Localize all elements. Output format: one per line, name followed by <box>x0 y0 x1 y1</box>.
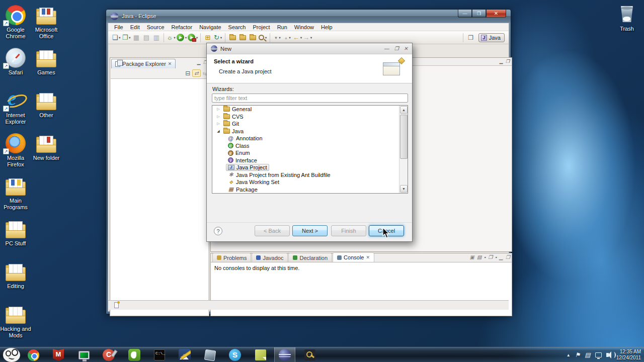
tree-item-general[interactable]: ▷General <box>212 106 408 113</box>
open-resource-button[interactable] <box>248 33 258 43</box>
tree-item-package[interactable]: Package <box>212 186 408 194</box>
tree-item-java-working-set[interactable]: Java Working Set <box>212 178 408 186</box>
volume-icon[interactable] <box>606 353 609 357</box>
java-perspective-button[interactable]: Java <box>478 33 505 42</box>
search-button[interactable] <box>258 33 268 43</box>
open-type-button[interactable] <box>227 33 237 43</box>
help-button[interactable]: ? <box>214 227 222 235</box>
expander-icon[interactable]: ◢ <box>215 129 221 133</box>
link-with-editor-icon[interactable] <box>192 69 200 77</box>
close-tab-icon[interactable] <box>366 255 370 260</box>
dialog-close-icon[interactable] <box>404 46 408 51</box>
tab-console[interactable]: Console <box>333 252 374 262</box>
desktop-icon-safari[interactable]: Safari <box>0 47 31 76</box>
taskbar-chrome[interactable] <box>23 347 44 362</box>
tree-item-interface[interactable]: IInterface <box>212 157 408 164</box>
dialog-maximize-icon[interactable] <box>394 46 399 51</box>
pin-console-icon[interactable] <box>469 254 474 260</box>
dialog-titlebar[interactable]: New <box>207 43 412 54</box>
tab-problems[interactable]: Problems <box>212 253 251 262</box>
save-all-button[interactable] <box>141 33 151 43</box>
menu-help[interactable]: Help <box>317 24 336 30</box>
next-annotation-button[interactable] <box>272 33 282 43</box>
tree-item-git[interactable]: ▷Git <box>212 120 408 128</box>
start-button[interactable] <box>1 347 22 362</box>
expander-icon[interactable]: ▷ <box>215 115 221 119</box>
maximize-button[interactable]: ❐ <box>472 10 486 18</box>
desktop-icon-microsoft-office[interactable]: Microsoft Office <box>31 4 62 40</box>
open-package-button[interactable] <box>237 33 248 43</box>
desktop-icon-editing[interactable]: Editing <box>0 260 31 290</box>
package-explorer-content[interactable] <box>111 78 208 315</box>
desktop-icon-main-programs[interactable]: Main Programs <box>0 175 31 211</box>
close-button[interactable]: ✕ <box>486 10 506 18</box>
scroll-down-icon[interactable]: ▼ <box>400 185 408 193</box>
taskbar-glass-app[interactable] <box>199 347 220 362</box>
back-button[interactable]: < Back <box>255 225 290 236</box>
new-wizard-button[interactable] <box>111 33 121 43</box>
expander-icon[interactable]: ▷ <box>215 107 221 111</box>
debug-button[interactable] <box>166 33 176 43</box>
taskbar-key-app[interactable] <box>299 347 320 362</box>
desktop-icon-hacking-and-mods[interactable]: Hacking and Mods <box>0 303 31 339</box>
collapse-all-icon[interactable] <box>185 70 190 77</box>
display-console-icon[interactable] <box>477 254 481 260</box>
window-titlebar[interactable]: Java - Eclipse — ❐ ✕ <box>106 10 511 23</box>
package-explorer-tab[interactable]: Package Explorer <box>111 59 176 68</box>
taskbar-image-editor[interactable] <box>174 347 195 362</box>
menu-file[interactable]: File <box>111 24 127 30</box>
clock[interactable]: 12:35 AM 12/24/2011 <box>616 349 641 361</box>
tree-item-annotation[interactable]: Annotation <box>212 135 408 142</box>
tree-item-enum[interactable]: EEnum <box>212 149 408 157</box>
action-center-icon[interactable] <box>575 351 581 358</box>
back-button[interactable] <box>292 33 302 43</box>
desktop-icon-internet-explorer[interactable]: Internet Explorer <box>0 89 31 125</box>
gadget-icon[interactable] <box>585 351 590 358</box>
taskbar-remote-desktop[interactable] <box>73 347 95 362</box>
open-perspective-button[interactable] <box>466 33 476 43</box>
next-button[interactable]: Next > <box>292 225 328 236</box>
maximize-console-icon[interactable] <box>506 254 510 260</box>
status-notification-icon[interactable] <box>114 302 119 308</box>
open-console-icon[interactable] <box>488 254 493 260</box>
wizard-tree[interactable]: ▷General ▷CVS ▷Git ◢Java Annotation CCla… <box>212 105 408 194</box>
tab-javadoc[interactable]: Javadoc <box>252 253 288 262</box>
tree-item-class[interactable]: CClass <box>212 142 408 150</box>
tree-item-cvs[interactable]: ▷CVS <box>212 113 408 121</box>
maximize-editor-icon[interactable] <box>506 59 510 64</box>
taskbar-mcafee[interactable] <box>48 347 69 362</box>
taskbar-ccleaner[interactable] <box>98 347 119 362</box>
expander-icon[interactable]: ▷ <box>215 122 221 126</box>
tab-declaration[interactable]: Declaration <box>288 253 332 262</box>
java-browsing-button[interactable] <box>213 33 223 43</box>
dialog-minimize-icon[interactable] <box>384 46 389 51</box>
tree-scrollbar[interactable]: ▲ ▼ <box>399 106 408 193</box>
menu-run[interactable]: Run <box>274 24 291 30</box>
new-java-project-button[interactable] <box>203 33 213 43</box>
desktop-icon-mozilla-firefox[interactable]: Mozilla Firefox <box>0 132 31 168</box>
scrollbar-thumb[interactable] <box>400 115 408 159</box>
finish-button[interactable]: Finish <box>331 225 366 236</box>
minimize-editor-icon[interactable] <box>500 59 503 64</box>
show-hidden-icons[interactable] <box>567 353 571 357</box>
taskbar-notes[interactable] <box>250 347 271 362</box>
taskbar-command-prompt[interactable] <box>149 347 170 362</box>
menu-search[interactable]: Search <box>225 24 250 30</box>
desktop-icon-games[interactable]: Games <box>31 47 62 76</box>
desktop-icon-new-folder[interactable]: New folder <box>31 132 62 161</box>
forward-button[interactable] <box>302 33 312 43</box>
minimize-button[interactable]: — <box>458 10 472 18</box>
open-editor-button[interactable] <box>121 33 131 43</box>
desktop-icon-trash[interactable]: Trash <box>611 3 642 32</box>
desktop-icon-google-chrome[interactable]: Google Chrome <box>0 4 31 40</box>
menu-navigate[interactable]: Navigate <box>196 24 224 30</box>
tree-item-java-project[interactable]: Java Project <box>212 164 408 171</box>
run-button[interactable] <box>176 33 187 43</box>
external-tools-button[interactable] <box>187 33 198 43</box>
filter-input[interactable] <box>212 94 408 103</box>
print-button[interactable] <box>151 33 162 43</box>
tree-item-java-project-ant[interactable]: Java Project from Existing Ant Buildfile <box>212 171 408 179</box>
desktop-icon-pc-stuff[interactable]: PC Stuff <box>0 218 31 247</box>
scroll-up-icon[interactable]: ▲ <box>400 106 408 114</box>
menu-edit[interactable]: Edit <box>127 24 143 30</box>
